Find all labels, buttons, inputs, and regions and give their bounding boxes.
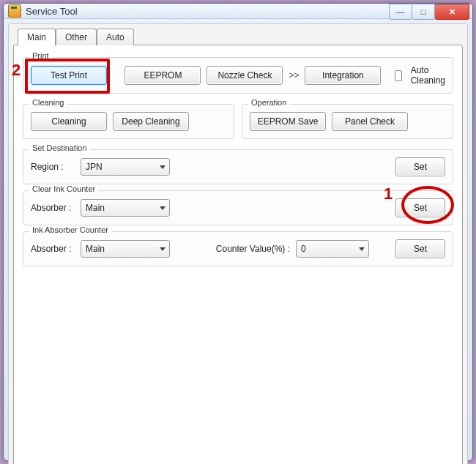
ink-absorber-label: Absorber : <box>31 244 72 254</box>
tab-main[interactable]: Main <box>18 29 56 46</box>
tab-main-label: Main <box>27 32 46 42</box>
test-print-label: Test Print <box>51 70 87 81</box>
close-button[interactable]: ✕ <box>435 4 469 20</box>
group-operation-title: Operation <box>248 98 289 107</box>
ink-absorber-combo[interactable]: Main <box>81 240 170 258</box>
auto-cleaning-label: Auto Cleaning <box>411 65 445 86</box>
minimize-button[interactable]: — <box>389 4 412 20</box>
ink-absorber-set-label: Set <box>414 244 427 254</box>
tabstrip: Main Other Auto <box>13 29 463 45</box>
group-operation: Operation EEPROM Save Panel Check <box>242 104 453 139</box>
minimize-icon: — <box>397 7 405 16</box>
group-set-destination: Set Destination Region : JPN Set <box>23 149 453 184</box>
group-set-destination-title: Set Destination <box>29 143 90 152</box>
group-clear-ink-title: Clear Ink Counter <box>29 184 98 193</box>
group-cleaning-title: Cleaning <box>29 98 67 107</box>
cleaning-label: Cleaning <box>51 116 86 127</box>
integration-label: Integration <box>322 70 364 81</box>
deep-cleaning-label: Deep Cleaning <box>122 116 179 127</box>
group-cleaning: Cleaning Cleaning Deep Cleaning <box>23 104 234 139</box>
tab-auto-label: Auto <box>106 32 124 42</box>
panel-check-button[interactable]: Panel Check <box>332 112 408 131</box>
counter-value-combo[interactable]: 0 <box>296 240 369 258</box>
group-ink-absorber-title: Ink Absorber Counter <box>29 225 111 234</box>
region-value: JPN <box>86 162 103 172</box>
eeprom-button[interactable]: EEPROM <box>124 66 201 85</box>
group-clear-ink: Clear Ink Counter Absorber : Main Set <box>23 190 453 225</box>
auto-cleaning-checkbox[interactable] <box>395 70 402 81</box>
nozzle-check-label: Nozzle Check <box>217 70 272 81</box>
ink-absorber-value: Main <box>86 244 105 254</box>
clear-ink-absorber-value: Main <box>86 203 105 213</box>
set-destination-set-label: Set <box>414 162 427 172</box>
eeprom-save-label: EEPROM Save <box>258 116 319 127</box>
clear-ink-set-label: Set <box>414 203 427 213</box>
tab-other[interactable]: Other <box>56 29 97 45</box>
window-title: Service Tool <box>26 6 389 17</box>
eeprom-save-button[interactable]: EEPROM Save <box>250 112 326 131</box>
group-print: Print Test Print EEPROM Nozzle Check >> … <box>23 57 453 94</box>
integration-button[interactable]: Integration <box>305 66 381 85</box>
eeprom-label: EEPROM <box>144 70 182 81</box>
set-destination-set-button[interactable]: Set <box>395 157 445 176</box>
window: Service Tool — □ ✕ Main Other Auto Print… <box>3 3 473 461</box>
maximize-button[interactable]: □ <box>412 4 435 20</box>
app-icon <box>8 4 21 18</box>
group-ink-absorber: Ink Absorber Counter Absorber : Main Cou… <box>23 231 453 266</box>
maximize-icon: □ <box>421 7 426 16</box>
cleaning-button[interactable]: Cleaning <box>31 112 107 131</box>
close-icon: ✕ <box>449 7 455 17</box>
nozzle-check-button[interactable]: Nozzle Check <box>207 66 283 85</box>
tab-auto[interactable]: Auto <box>97 29 134 45</box>
clear-ink-set-button[interactable]: Set <box>395 198 445 217</box>
titlebar: Service Tool — □ ✕ <box>4 4 472 19</box>
cleaning-operation-row: Cleaning Cleaning Deep Cleaning Operatio… <box>23 98 453 143</box>
group-print-title: Print <box>29 51 52 60</box>
region-label: Region : <box>31 162 72 172</box>
tab-other-label: Other <box>65 32 87 42</box>
clear-ink-absorber-combo[interactable]: Main <box>81 199 170 217</box>
arrow-separator: >> <box>289 70 299 81</box>
panel-check-label: Panel Check <box>345 116 395 127</box>
window-buttons: — □ ✕ <box>389 4 469 18</box>
counter-value-label: Counter Value(%) : <box>216 244 290 254</box>
region-combo[interactable]: JPN <box>81 158 170 176</box>
test-print-button[interactable]: Test Print <box>31 66 107 85</box>
client-area: Main Other Auto Print Test Print EEPROM … <box>8 23 468 464</box>
clear-ink-absorber-label: Absorber : <box>31 203 72 213</box>
tab-page-main: Print Test Print EEPROM Nozzle Check >> … <box>13 45 463 464</box>
ink-absorber-set-button[interactable]: Set <box>395 239 445 258</box>
deep-cleaning-button[interactable]: Deep Cleaning <box>113 112 189 131</box>
counter-value-value: 0 <box>301 244 306 254</box>
